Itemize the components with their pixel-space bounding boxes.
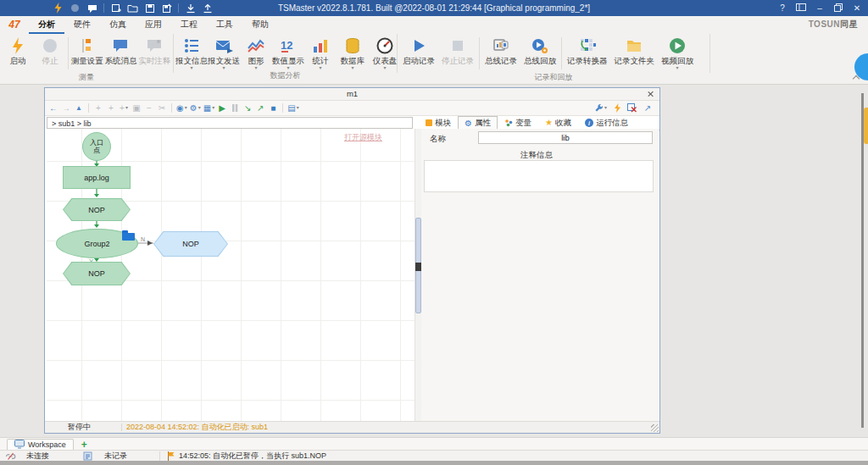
menu-tab-2[interactable]: 硬件 <box>64 16 100 34</box>
name-label: 名称 <box>430 134 446 145</box>
ribbon-button-record-converter[interactable]: 记录转换器 <box>564 35 611 65</box>
settings-icon[interactable]: ⚙▾ <box>190 102 201 113</box>
flash-icon[interactable] <box>612 102 622 113</box>
edge-scrollbar[interactable] <box>861 93 864 428</box>
chat-icon <box>111 36 130 55</box>
open-source-module-link[interactable]: 打开源模块 <box>344 132 382 143</box>
name-input[interactable] <box>478 131 653 144</box>
monitor-icon <box>14 440 25 451</box>
cut-icon[interactable]: ✂ <box>157 102 167 113</box>
tab-module[interactable]: 模块 <box>419 116 458 130</box>
chat-icon[interactable] <box>86 3 97 14</box>
minimize-button[interactable]: – <box>810 3 829 13</box>
external-icon[interactable]: ↗ <box>643 102 653 113</box>
tab-variables[interactable]: 变量 <box>498 116 538 130</box>
node-nop-2[interactable]: NOP <box>153 231 228 257</box>
ribbon-button-label: 数值显示 <box>272 56 304 65</box>
menu-tab-5[interactable]: 工程 <box>171 16 207 34</box>
comment-textarea[interactable] <box>424 160 654 192</box>
splitter-handle[interactable] <box>415 263 421 271</box>
flowchart-canvas[interactable]: N Y 入口点app.logNOPGroup2NOPNOP 打开源模块 <box>47 129 415 422</box>
node-app-log[interactable]: app.log <box>63 166 131 189</box>
remove-icon[interactable]: − <box>144 102 154 113</box>
add-icon[interactable]: + <box>106 102 116 113</box>
add-icon[interactable]: + <box>93 102 103 113</box>
menu-tab-6[interactable]: 工具 <box>207 16 242 34</box>
canvas-scrollbar[interactable] <box>415 129 421 422</box>
ribbon-button-bus-replay[interactable]: 总线回放 <box>520 35 559 65</box>
document-title-bar[interactable]: m1 <box>45 88 659 101</box>
save-icon[interactable] <box>144 3 155 14</box>
view-icon[interactable]: ◉▾ <box>176 102 187 113</box>
close-icon[interactable] <box>647 90 655 98</box>
help-button[interactable]: ? <box>773 3 792 13</box>
ribbon-button-bus-record[interactable]: 总线记录 <box>481 35 520 65</box>
stop-square-icon <box>448 36 467 55</box>
stop-icon[interactable]: ■ <box>268 102 278 113</box>
tab-favorites[interactable]: ★收藏 <box>538 116 578 130</box>
ribbon-button-start-record[interactable]: 启动记录 <box>399 35 438 65</box>
add-workspace-button[interactable]: + <box>81 440 87 450</box>
restore-button[interactable] <box>829 3 848 14</box>
ribbon-button-video-replay[interactable]: 视频回放▾ <box>658 35 697 70</box>
gear-icon: ⚙ <box>465 119 472 128</box>
close-button[interactable]: ✕ <box>848 3 866 13</box>
up-icon[interactable]: ▲ <box>74 102 84 113</box>
step-out-icon[interactable]: ↗ <box>255 102 265 113</box>
step-into-icon[interactable]: ↘ <box>242 102 253 113</box>
ribbon-button-record-folder[interactable]: 记录文件夹 <box>611 35 659 65</box>
ribbon-button-realtime-comment[interactable]: 实时注释 <box>137 35 171 65</box>
folder-badge-icon <box>122 230 135 241</box>
ribbon-button-system-messages[interactable]: 系统消息 <box>104 35 138 65</box>
numeric-12-icon: 12 <box>279 36 298 55</box>
run-icon[interactable]: ▶ <box>217 102 227 113</box>
new-window-icon[interactable] <box>110 3 121 14</box>
disconnected-icon <box>5 452 16 461</box>
script-icon[interactable]: ▤▾ <box>287 102 298 113</box>
pause-icon[interactable] <box>230 102 240 113</box>
tab-runtime-info[interactable]: i运行信息 <box>578 116 635 130</box>
chart-line-icon <box>247 36 265 55</box>
tab-workspace[interactable]: Workspace <box>7 439 74 451</box>
ribbon-button-graphics[interactable]: 图形▾ <box>240 35 272 70</box>
layout-button[interactable] <box>792 3 810 13</box>
ribbon-button-message-send[interactable]: 报文发送▾ <box>208 35 240 70</box>
forward-icon[interactable]: → <box>61 102 71 113</box>
ribbon-button-statistics[interactable]: 统计▾ <box>304 35 337 70</box>
menu-tab-3[interactable]: 仿真 <box>100 16 136 34</box>
copy-icon[interactable]: ▣ <box>131 102 142 113</box>
node-entry[interactable]: 入口点 <box>82 132 111 161</box>
ribbon-button-stop[interactable]: 停止 <box>34 35 66 65</box>
document-window-m1: m1 ←→▲+++▾▣−✂◉▾⚙▾▦▾▶↘↗■▤▾▾↗ > sub1 > lib… <box>44 87 660 434</box>
bus-replay-icon <box>531 36 549 55</box>
add-icon[interactable]: +▾ <box>119 102 129 113</box>
ribbon-button-numeric-display[interactable]: 12数值显示▾ <box>272 35 304 70</box>
ribbon-button-measurement-settings[interactable]: 测量设置 <box>70 35 104 65</box>
document-title: m1 <box>347 89 358 98</box>
menu-tab-7[interactable]: 帮助 <box>242 16 278 34</box>
node-nop-1[interactable]: NOP <box>63 198 131 221</box>
menu-tabs: 分析硬件仿真应用工程工具帮助 <box>29 16 278 34</box>
node-nop-3[interactable]: NOP <box>63 262 131 285</box>
lightning-icon[interactable] <box>53 3 64 14</box>
module-icon[interactable]: ▦▾ <box>203 102 214 113</box>
record-dot-icon[interactable] <box>70 3 81 14</box>
ribbon-button-stop-record[interactable]: 停止记录 <box>438 35 477 65</box>
ribbon-button-dashboard[interactable]: 仪表盘▾ <box>369 35 401 70</box>
open-folder-icon[interactable] <box>127 3 138 14</box>
tab-label: 收藏 <box>555 118 571 129</box>
menu-tab-4[interactable]: 应用 <box>136 16 171 34</box>
svg-text:12: 12 <box>281 39 292 52</box>
edge-scrollbar-marker[interactable] <box>864 108 868 144</box>
ribbon-button-message-info[interactable]: 报文信息▾ <box>175 35 208 70</box>
close-doc-icon[interactable] <box>627 102 637 113</box>
resize-grip[interactable] <box>651 424 659 432</box>
breadcrumb[interactable]: > sub1 > lib <box>47 117 413 129</box>
flag-icon <box>159 451 175 461</box>
ribbon-button-database[interactable]: 数据库▾ <box>337 35 369 70</box>
menu-tab-1[interactable]: 分析 <box>29 16 64 34</box>
ribbon-button-label: 停止记录 <box>442 56 474 65</box>
back-icon[interactable]: ← <box>48 102 58 113</box>
ribbon-button-start[interactable]: 启动 <box>2 35 34 65</box>
tools-icon[interactable]: ▾ <box>594 102 607 113</box>
